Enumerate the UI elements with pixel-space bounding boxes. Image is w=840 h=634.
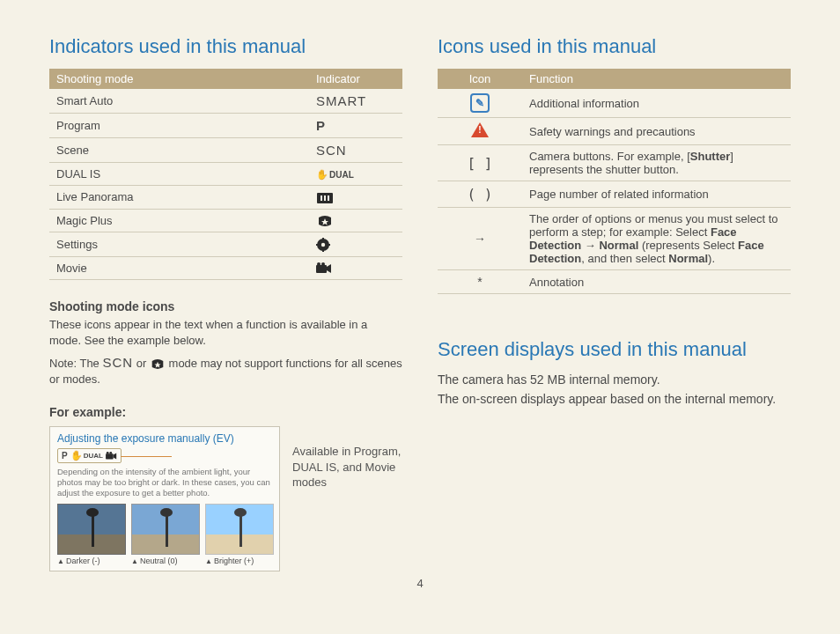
table-row: → The order of options or menus you must… <box>438 208 791 270</box>
sub-p2: Note: The SCN or mode may not support fu… <box>49 353 402 387</box>
smart-icon: SMART <box>316 93 366 108</box>
table-row: Safety warnings and precautions <box>438 118 791 145</box>
scn-icon: SCN <box>102 355 133 370</box>
screen-p2: The on-screen displays appear based on t… <box>438 391 791 409</box>
thumb: ▲Darker (-) <box>57 504 124 565</box>
info-icon: ✎ <box>470 93 490 113</box>
table-row: Scene SCN <box>49 138 402 163</box>
func-cell: The order of options or menus you must s… <box>522 208 791 270</box>
movie-icon <box>106 452 117 461</box>
func-cell: Additional information <box>522 89 791 118</box>
scn-icon: SCN <box>316 143 347 158</box>
indicator-cell <box>309 209 402 232</box>
mode-cell: Settings <box>49 232 309 257</box>
for-example-label: For example: <box>49 405 402 419</box>
indicator-cell <box>309 186 402 210</box>
mode-cell: Magic Plus <box>49 209 309 232</box>
icon-cell <box>438 118 522 145</box>
svg-marker-17 <box>114 453 117 459</box>
svg-rect-2 <box>324 195 326 201</box>
movie-icon <box>316 262 332 275</box>
parentheses-icon: ( ) <box>468 186 493 203</box>
svg-point-14 <box>321 262 325 266</box>
table-row: * Annotation <box>438 270 791 294</box>
th-function: Function <box>522 69 791 89</box>
arrow-icon: → <box>474 232 486 246</box>
magic-plus-icon <box>316 215 334 227</box>
indicator-cell: ✋DUAL <box>309 163 402 186</box>
thumb-image-neutral <box>131 504 200 555</box>
thumb: ▲Neutral (0) <box>131 504 198 565</box>
indicators-heading: Indicators used in this manual <box>49 35 402 58</box>
p-icon: P <box>316 118 325 133</box>
table-row: Program P <box>49 114 402 138</box>
table-row: Movie <box>49 256 402 280</box>
indicator-cell: SCN <box>309 138 402 163</box>
page-number: 4 <box>0 577 840 590</box>
icon-cell: ✎ <box>438 89 522 118</box>
func-cell: Camera buttons. For example, [Shutter] r… <box>522 145 791 181</box>
mode-cell: Smart Auto <box>49 89 309 114</box>
table-row: Magic Plus <box>49 209 402 232</box>
svg-point-6 <box>321 242 325 246</box>
thumb-caption: ▲Neutral (0) <box>131 557 198 565</box>
indicator-cell <box>309 256 402 280</box>
thumb-caption: ▲Brighter (+) <box>205 557 272 565</box>
sub-heading: Shooting mode icons <box>49 299 402 313</box>
func-cell: Safety warnings and precautions <box>522 118 791 145</box>
icons-table: Icon Function ✎ Additional information S… <box>438 69 791 294</box>
icon-cell: ( ) <box>438 181 522 208</box>
example-row: Adjusting the exposure manually (EV) P ✋… <box>49 426 402 571</box>
table-row: Smart Auto SMART <box>49 89 402 114</box>
svg-rect-10 <box>328 244 330 246</box>
table-row: ( ) Page number of related information <box>438 181 791 208</box>
svg-point-13 <box>317 262 321 266</box>
table-row: DUAL IS ✋DUAL <box>49 163 402 186</box>
mode-cell: Program <box>49 114 309 138</box>
indicator-cell: P <box>309 114 402 138</box>
screen-p1: The camera has 52 MB internal memory. <box>438 372 791 389</box>
example-box: Adjusting the exposure manually (EV) P ✋… <box>49 426 280 571</box>
example-desc: Depending on the intensity of the ambien… <box>57 467 272 498</box>
mode-cell: Movie <box>49 256 309 280</box>
warning-icon <box>471 122 489 137</box>
right-column: Icons used in this manual Icon Function … <box>438 35 791 571</box>
icon-cell: * <box>438 270 522 294</box>
table-row: Live Panorama <box>49 186 402 210</box>
svg-rect-3 <box>328 195 329 201</box>
left-column: Indicators used in this manual Shooting … <box>49 35 402 571</box>
svg-point-19 <box>109 452 112 454</box>
thumb-image-darker <box>57 504 126 555</box>
sub-p1: These icons appear in the text when a fu… <box>49 317 402 349</box>
shooting-mode-section: Shooting mode icons These icons appear i… <box>49 299 402 387</box>
func-cell: Page number of related information <box>522 181 791 208</box>
mode-cell: DUAL IS <box>49 163 309 186</box>
thumb: ▲Brighter (+) <box>205 504 272 565</box>
thumbnails: ▲Darker (-) ▲Neutral (0) ▲Brighter (+) <box>57 504 272 565</box>
table-row: ✎ Additional information <box>438 89 791 118</box>
screen-heading: Screen displays used in this manual <box>438 338 791 361</box>
mode-cell: Scene <box>49 138 309 163</box>
dual-icon: ✋DUAL <box>316 169 354 181</box>
settings-icon <box>316 238 330 252</box>
th-icon: Icon <box>438 69 522 89</box>
indicator-cell: SMART <box>309 89 402 114</box>
th-mode: Shooting mode <box>49 69 309 89</box>
icons-heading: Icons used in this manual <box>438 35 791 58</box>
svg-rect-7 <box>322 238 324 240</box>
panorama-icon <box>316 192 334 204</box>
th-indicator: Indicator <box>309 69 402 89</box>
star-icon: * <box>477 275 482 289</box>
mode-cell: Live Panorama <box>49 186 309 210</box>
svg-rect-11 <box>316 265 327 273</box>
table-row: Settings <box>49 232 402 257</box>
example-side-note: Available in Program, DUAL IS, and Movie… <box>292 426 402 490</box>
brackets-icon: [ ] <box>468 155 493 172</box>
svg-rect-1 <box>321 195 322 201</box>
magic-plus-icon <box>150 358 166 370</box>
example-badge: P ✋DUAL <box>57 448 122 463</box>
icon-cell: → <box>438 208 522 270</box>
func-cell: Annotation <box>522 270 791 294</box>
svg-rect-16 <box>106 453 114 459</box>
icon-cell: [ ] <box>438 145 522 181</box>
